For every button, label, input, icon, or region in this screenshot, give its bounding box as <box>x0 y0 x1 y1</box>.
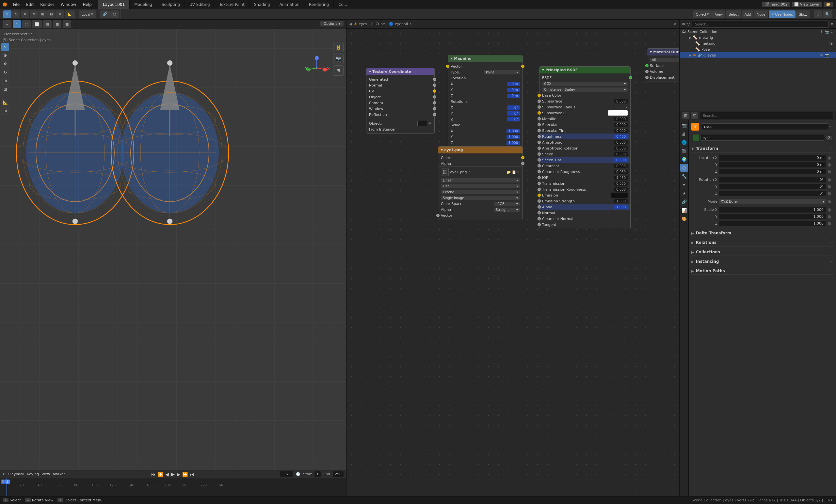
transform-options[interactable]: ⋯ <box>830 147 833 151</box>
socket-generated-out[interactable] <box>433 78 436 81</box>
metallic-socket[interactable] <box>537 117 541 120</box>
props-tab-object[interactable]: ⬡ <box>680 164 688 172</box>
props-tab-layout[interactable]: ⊞ <box>682 112 689 119</box>
transform-btn[interactable]: ⊡ <box>48 11 56 18</box>
transmission-socket[interactable] <box>537 182 541 185</box>
image-open-btn[interactable]: 📁 <box>507 170 511 174</box>
scale-tool[interactable]: ⊞ <box>1 77 9 85</box>
subsurface-color-swatch[interactable] <box>608 110 628 116</box>
view-btn[interactable]: View <box>712 11 725 18</box>
location-z-dot[interactable]: ⬤ <box>828 170 833 173</box>
node-texture-coord-header[interactable]: ▼ Texture Coordinate <box>366 68 434 75</box>
rotation-y-value[interactable]: 0° <box>719 184 826 189</box>
roughness-socket[interactable] <box>537 135 541 138</box>
socket-window-out[interactable] <box>433 107 436 110</box>
image-alpha-out[interactable] <box>521 162 525 165</box>
transmission-roughness-val[interactable]: 0.000 <box>614 187 628 192</box>
tab-layout[interactable]: Layout.001 <box>98 0 130 9</box>
object-mode-btn[interactable]: Object ▾ <box>693 11 712 18</box>
delta-section-header[interactable]: ▶ Delta Transform ⋯ <box>691 230 833 237</box>
image-copy-btn[interactable]: 📋 <box>512 170 516 174</box>
transmission-roughness-socket[interactable] <box>537 188 541 191</box>
image-delete-btn[interactable]: ✕ <box>517 170 520 174</box>
sheen-tint-socket[interactable] <box>537 158 541 161</box>
tab-shading[interactable]: Shading <box>249 0 275 9</box>
proportional-edit-btn[interactable]: ◎ <box>110 11 119 18</box>
outliner-select-btn[interactable]: ↓ <box>831 30 833 34</box>
props-tab-render[interactable]: 📷 <box>680 121 688 129</box>
add-btn[interactable]: Add <box>742 11 754 18</box>
next-keyframe-btn[interactable]: ▶ <box>177 472 180 477</box>
viewport-gizmo[interactable]: Z X Y <box>304 55 330 81</box>
subsurface-color-socket[interactable] <box>537 111 541 115</box>
select-tool[interactable]: ↖ <box>1 43 9 51</box>
anisotropic-val[interactable]: 0.000 <box>614 140 628 144</box>
color-space-dropdown[interactable]: sRGB▾ <box>494 202 520 206</box>
scale-y-val[interactable]: 1.000 <box>507 135 520 139</box>
menu-window[interactable]: Window <box>57 0 79 9</box>
viewport-mode3[interactable]: ▤ <box>43 20 52 28</box>
subsurface-val[interactable]: 0.000 <box>614 99 628 103</box>
start-frame[interactable]: 1 <box>315 471 321 477</box>
emission-strength-val[interactable]: 1.000 <box>614 199 628 203</box>
clearcoat-normal-socket[interactable] <box>537 217 541 220</box>
eyes-select-btn[interactable]: ↓ <box>831 53 833 57</box>
add-cube-tool[interactable]: ⊞ <box>1 107 9 115</box>
viewport-canvas[interactable]: ↖ ⊕ ✥ ↻ ⊞ ⊡ 📐 ⊞ User Perspective (5) Sce… <box>0 29 346 496</box>
location-y-value[interactable]: 0 m <box>719 162 826 168</box>
anisotropic-rot-val[interactable]: 0.000 <box>614 146 628 151</box>
viewport-options-btn[interactable]: Options ▾ <box>320 21 344 26</box>
outliner-filter-btn[interactable]: ▽ <box>687 22 690 26</box>
emission-color-swatch[interactable] <box>611 193 628 198</box>
move-tool[interactable]: ✥ <box>1 60 9 68</box>
anisotropic-rot-socket[interactable] <box>537 147 541 150</box>
alpha-dropdown[interactable]: Straight▾ <box>494 208 520 212</box>
timeline-keying[interactable]: Keying <box>27 472 39 476</box>
outliner-metarig-sub[interactable]: 🦴 metarig ₂ <box>680 40 836 46</box>
rotate-btn[interactable]: ↻ <box>30 11 38 18</box>
step-fwd-btn[interactable]: ⏩ <box>182 472 188 477</box>
menu-file[interactable]: File <box>10 0 23 9</box>
clearcoat-socket[interactable] <box>537 164 541 168</box>
socket-normal-out[interactable] <box>433 83 436 87</box>
object-input-field[interactable] <box>417 121 427 126</box>
collections-options[interactable]: ⋯ <box>830 250 833 254</box>
transmission-val[interactable]: 0.000 <box>614 181 628 186</box>
socket-object-out[interactable] <box>433 95 436 99</box>
timeline-marker[interactable]: Marker <box>53 472 65 476</box>
props-tab-view[interactable]: 🌐 <box>680 138 688 146</box>
rot-x-val[interactable]: 0° <box>507 105 520 110</box>
node-btn[interactable]: Node <box>754 11 768 18</box>
cursor-btn[interactable]: ⊕ <box>12 11 20 18</box>
sheen-socket[interactable] <box>537 152 541 156</box>
material-name-input[interactable] <box>701 135 825 141</box>
status-select[interactable]: 🖱 Select <box>3 498 21 502</box>
clearcoat-roughness-socket[interactable] <box>537 170 541 173</box>
instancing-options[interactable]: ⋯ <box>830 259 833 264</box>
collections-section-header[interactable]: ▶ Collections ⋯ <box>691 248 833 256</box>
props-tab-constraints[interactable]: 🔗 <box>680 198 688 206</box>
scale-x-val[interactable]: 1.000 <box>507 129 520 133</box>
eyes-expand[interactable]: ▶ <box>689 53 691 57</box>
socket-reflection-out[interactable] <box>433 113 436 116</box>
emission-socket[interactable] <box>537 194 541 197</box>
relations-options[interactable]: ⋯ <box>830 240 833 245</box>
timeline-track[interactable]: 0 5 20 40 60 80 100 120 140 160 180 200 … <box>0 478 346 496</box>
rotation-x-value[interactable]: 0° <box>719 177 826 182</box>
menu-render[interactable]: Render <box>37 0 57 9</box>
scale-y-dot[interactable]: ⬤ <box>828 215 833 218</box>
end-frame[interactable]: 250 <box>333 471 344 477</box>
transform-section-header[interactable]: ▼ Transform ⋯ <box>691 145 833 152</box>
node-principled-header[interactable]: ▼ Principled BSDF <box>539 66 630 74</box>
normal-socket[interactable] <box>537 211 541 214</box>
status-rotate[interactable]: 🖱 Rotate View <box>25 498 54 502</box>
outliner-eyes[interactable]: ▶ 👁 🔗 ⬡ eyes 👁 📷 ↓ <box>680 52 836 58</box>
distribution-dropdown[interactable]: GGX▾ <box>542 82 628 86</box>
viewport-camera-btn[interactable]: 📷 <box>333 54 344 64</box>
node-canvas[interactable]: ▼ Texture Coordinate Generated Normal UV <box>346 29 679 496</box>
viewport-select-mode[interactable]: ↖ <box>13 20 21 28</box>
source-dropdown[interactable]: Single Image▾ <box>441 196 520 200</box>
rot-z-val[interactable]: 0° <box>507 117 520 121</box>
interpolation-dropdown[interactable]: Linear▾ <box>441 178 520 182</box>
metallic-val[interactable]: 0.000 <box>614 117 628 121</box>
